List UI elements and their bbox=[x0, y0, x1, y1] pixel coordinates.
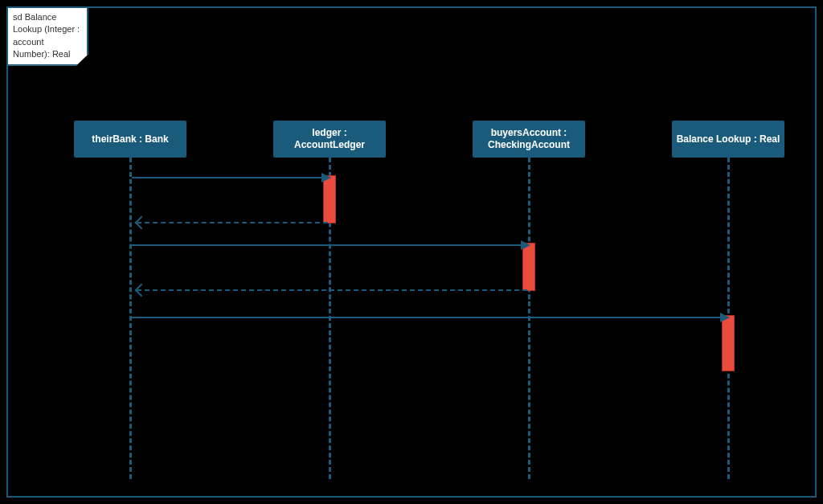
sequence-frame: sd Balance Lookup (Integer : account Num… bbox=[6, 6, 817, 498]
activation-ledger bbox=[323, 175, 336, 223]
participant-account: buyersAccount : CheckingAccount bbox=[473, 121, 585, 158]
message-1-return bbox=[137, 222, 328, 223]
frame-label: sd Balance Lookup (Integer : account Num… bbox=[8, 8, 88, 66]
activation-balance bbox=[722, 315, 735, 371]
message-3-return bbox=[137, 289, 527, 291]
participant-label: Balance Lookup : Real bbox=[677, 133, 780, 145]
participant-ledger: ledger : AccountLedger bbox=[273, 121, 386, 158]
arrowhead-icon bbox=[720, 313, 730, 322]
participant-label: ledger : AccountLedger bbox=[276, 127, 383, 151]
activation-account bbox=[522, 243, 535, 291]
lifeline-account bbox=[528, 158, 530, 479]
participant-label: theirBank : Bank bbox=[92, 133, 168, 145]
message-2-call bbox=[132, 244, 522, 246]
lifeline-bank bbox=[129, 158, 132, 479]
arrowhead-icon bbox=[321, 173, 331, 182]
participant-label: buyersAccount : CheckingAccount bbox=[476, 127, 582, 151]
participant-bank: theirBank : Bank bbox=[74, 121, 186, 158]
message-0-call bbox=[132, 177, 323, 178]
message-4-call bbox=[132, 317, 722, 318]
arrowhead-icon bbox=[521, 240, 530, 250]
participant-balance: Balance Lookup : Real bbox=[672, 121, 784, 158]
